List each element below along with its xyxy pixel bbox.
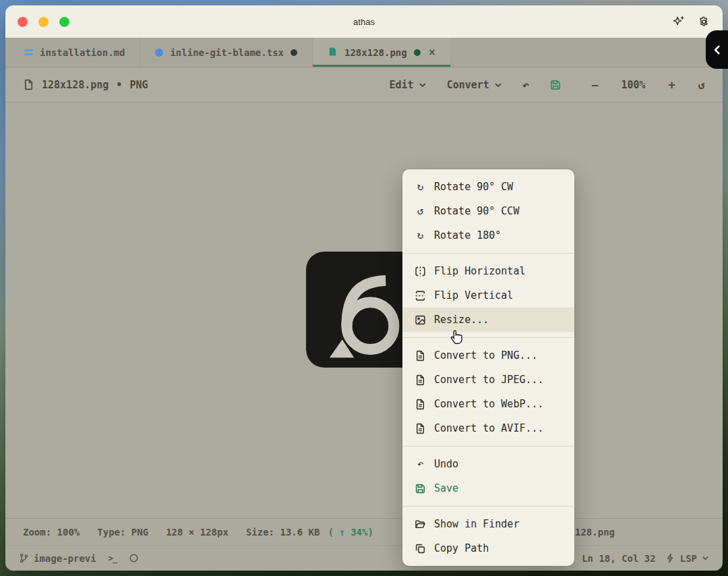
- image-context-menu: ↻ Rotate 90° CW ↺ Rotate 90° CCW ↻ Rotat…: [402, 169, 574, 566]
- menu-item-label: Convert to PNG...: [434, 349, 538, 362]
- editor-status-bar: image-previ >_ Ln 18, Col 32 LSP: [5, 545, 723, 571]
- file-info: 128x128.png • PNG: [23, 79, 148, 91]
- image-toolbar: 128x128.png • PNG Edit Convert ↶ −: [5, 67, 723, 103]
- zoom-in-button[interactable]: +: [669, 78, 675, 92]
- maximize-window-button[interactable]: [59, 17, 69, 27]
- separator-dot: •: [116, 79, 122, 91]
- chevron-down-icon: [419, 81, 427, 89]
- copy-icon: [415, 543, 426, 554]
- reset-zoom-button[interactable]: ↺: [698, 78, 705, 92]
- image-status-bar: Zoom: 100% Type: PNG 128 × 128px Size: 1…: [5, 518, 723, 545]
- tab-installation-md[interactable]: installation.md: [9, 38, 140, 67]
- file-icon: [415, 350, 426, 362]
- git-branch-indicator[interactable]: image-previ: [19, 553, 96, 564]
- status-type: Type: PNG: [97, 527, 148, 538]
- menu-item-undo[interactable]: ↶ Undo: [402, 452, 574, 476]
- app-window: athas installation.md inline-gi: [5, 5, 723, 571]
- image-preview-pane: [5, 103, 723, 518]
- menu-item-convert-to-jpeg[interactable]: Convert to JPEG...: [402, 368, 574, 392]
- save-button[interactable]: [549, 79, 562, 91]
- edit-dropdown-button[interactable]: Edit: [390, 79, 427, 91]
- menu-item-flip-horizontal[interactable]: Flip Horizontal: [402, 259, 574, 283]
- tab-label: inline-git-blame.tsx: [170, 47, 284, 58]
- save-icon: [549, 79, 562, 91]
- menu-item-label: Convert to JPEG...: [434, 374, 544, 386]
- status-size-delta: ( ↑ 34%): [328, 527, 373, 538]
- circle-icon: [129, 553, 139, 563]
- chevron-down-icon: [494, 81, 502, 89]
- cursor-position: Ln 18, Col 32: [582, 553, 656, 564]
- resize-icon: [415, 314, 426, 326]
- zap-icon: [665, 553, 675, 563]
- menu-item-rotate-90-cw[interactable]: ↻ Rotate 90° CW: [402, 175, 574, 199]
- menu-item-rotate-180[interactable]: ↻ Rotate 180°: [402, 223, 574, 248]
- menu-item-label: Rotate 180°: [434, 229, 501, 241]
- menu-item-label: Convert to WebP...: [434, 398, 544, 410]
- terminal-toggle[interactable]: >_: [109, 554, 117, 563]
- rotate-cw-icon: ↻: [415, 181, 426, 193]
- modified-dot: [291, 49, 297, 56]
- chevron-left-icon: [712, 45, 722, 55]
- undo-icon: ↶: [415, 459, 426, 470]
- convert-label: Convert: [447, 79, 489, 91]
- diagnostics-indicator[interactable]: [129, 553, 139, 563]
- menu-item-label: Flip Horizontal: [434, 265, 525, 277]
- rotate-ccw-icon: ↺: [415, 206, 426, 217]
- settings-gear-icon[interactable]: [697, 15, 710, 28]
- menu-item-label: Rotate 90° CW: [434, 181, 513, 193]
- ai-sparkles-icon[interactable]: [671, 15, 685, 28]
- menu-item-convert-to-webp[interactable]: Convert to WebP...: [402, 392, 574, 416]
- zoom-level: 100%: [621, 79, 645, 91]
- tab-label: 128x128.png: [344, 47, 407, 58]
- menu-item-label: Undo: [434, 458, 458, 470]
- modified-dot: [414, 49, 421, 56]
- menu-divider: [402, 337, 574, 338]
- menu-item-label: Show in Finder: [434, 518, 519, 530]
- folder-open-icon: [415, 519, 426, 530]
- menu-item-label: Copy Path: [434, 542, 489, 554]
- tsx-icon: [155, 49, 163, 57]
- menu-item-label: Save: [434, 482, 458, 494]
- menu-item-convert-to-avif[interactable]: Convert to AVIF...: [402, 416, 574, 440]
- file-icon: [415, 399, 426, 410]
- menu-item-convert-to-png[interactable]: Convert to PNG...: [402, 343, 574, 368]
- flip-horizontal-icon: [415, 266, 426, 277]
- menu-item-label: Flip Vertical: [434, 289, 513, 301]
- lsp-indicator[interactable]: LSP: [665, 553, 709, 564]
- git-branch-icon: [19, 553, 29, 563]
- menu-item-label: Convert to AVIF...: [434, 422, 544, 434]
- zoom-out-button[interactable]: −: [591, 78, 598, 92]
- tab-128x128-png[interactable]: 128x128.png ×: [313, 38, 451, 67]
- tab-inline-git-blame-tsx[interactable]: inline-git-blame.tsx: [140, 38, 313, 67]
- convert-dropdown-button[interactable]: Convert: [447, 79, 502, 91]
- menu-item-show-in-finder[interactable]: Show in Finder: [402, 512, 574, 536]
- branch-name: image-previ: [34, 553, 96, 564]
- file-icon: [415, 423, 426, 434]
- file-name: 128x128.png: [42, 79, 109, 91]
- tab-label: installation.md: [40, 47, 125, 58]
- menu-item-label: Resize...: [434, 314, 489, 326]
- status-zoom: Zoom: 100%: [23, 527, 80, 538]
- lsp-label: LSP: [680, 553, 697, 564]
- rotate-cw-icon: ↻: [415, 230, 426, 241]
- close-tab-icon[interactable]: ×: [429, 47, 435, 58]
- file-type: PNG: [129, 79, 148, 91]
- markdown-icon: [24, 49, 33, 55]
- minimize-window-button[interactable]: [38, 17, 49, 27]
- menu-divider: [402, 506, 574, 507]
- menu-item-save[interactable]: Save: [402, 476, 574, 500]
- close-window-button[interactable]: [18, 17, 28, 27]
- undo-button[interactable]: ↶: [522, 78, 529, 92]
- menu-item-copy-path[interactable]: Copy Path: [402, 536, 574, 560]
- menu-divider: [402, 253, 574, 254]
- status-size: Size: 13.6 KB: [246, 527, 320, 538]
- file-icon: [415, 374, 426, 386]
- menu-item-rotate-90-ccw[interactable]: ↺ Rotate 90° CCW: [402, 199, 574, 223]
- status-dimensions: 128 × 128px: [166, 527, 229, 538]
- menu-item-flip-vertical[interactable]: Flip Vertical: [402, 283, 574, 308]
- sidebar-toggle-button[interactable]: [706, 30, 728, 69]
- tab-bar: installation.md inline-git-blame.tsx 128…: [5, 38, 723, 67]
- window-title: athas: [5, 17, 723, 27]
- flip-vertical-icon: [415, 290, 426, 301]
- menu-item-resize[interactable]: Resize...: [402, 308, 574, 332]
